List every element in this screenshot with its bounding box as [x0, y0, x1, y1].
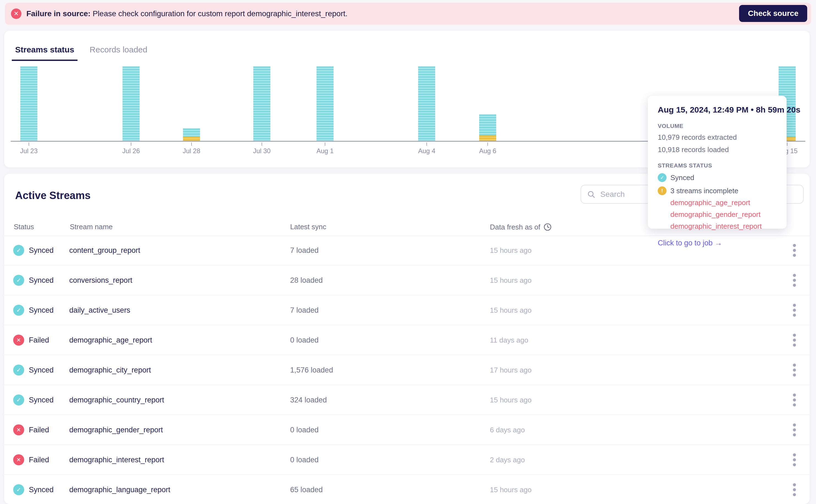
chart-bar[interactable] — [122, 66, 139, 141]
search-icon — [587, 190, 595, 198]
incomplete-stream-link[interactable]: demographic_gender_report — [671, 210, 777, 219]
stream-name: demographic_language_report — [69, 485, 170, 494]
failed-x-icon: ✕ — [13, 454, 24, 465]
stream-name: demographic_interest_report — [69, 455, 164, 464]
x-tick-mark — [487, 142, 488, 146]
synced-check-icon: ✓ — [13, 394, 24, 405]
tab-streams-status[interactable]: Streams status — [15, 45, 74, 61]
incomplete-stream-link[interactable]: demographic_interest_report — [671, 222, 777, 231]
row-menu-button[interactable] — [789, 244, 800, 257]
tab-bar: Streams statusRecords loaded — [15, 45, 147, 61]
x-tick-label: Jul 26 — [122, 147, 140, 155]
chart-bar[interactable] — [253, 66, 270, 141]
banner-message-bold: Failure in source: — [26, 9, 90, 18]
incomplete-stream-link[interactable]: demographic_age_report — [671, 198, 777, 207]
tooltip-records-extracted: 10,979 records extracted — [658, 133, 777, 142]
chart-bar[interactable] — [479, 114, 496, 141]
sync-tooltip: Aug 15, 2024, 12:49 PM • 8h 59m 20s VOLU… — [648, 96, 787, 229]
error-circle-icon: ✕ — [11, 9, 21, 19]
stream-name: demographic_city_report — [69, 366, 151, 374]
x-tick-mark — [29, 142, 29, 146]
tooltip-volume-label: VOLUME — [658, 123, 777, 129]
table-row: ✓ Synced daily_active_users 7 loaded 15 … — [4, 295, 810, 325]
tooltip-synced-label: Synced — [671, 173, 694, 182]
data-fresh-value: 11 days ago — [490, 336, 528, 344]
status-label: Synced — [29, 396, 54, 404]
latest-sync-value: 0 loaded — [290, 336, 319, 344]
latest-sync-value: 65 loaded — [290, 485, 323, 494]
latest-sync-value: 28 loaded — [290, 276, 323, 284]
tooltip-streams-status-label: STREAMS STATUS — [658, 162, 777, 169]
chart-bar[interactable] — [317, 66, 334, 141]
column-header-latest-sync: Latest sync — [290, 223, 326, 231]
row-menu-button[interactable] — [789, 274, 800, 287]
tooltip-title: Aug 15, 2024, 12:49 PM • 8h 59m 20s — [658, 105, 777, 114]
stream-name: content_group_report — [69, 246, 140, 254]
chart-bar[interactable] — [20, 66, 37, 141]
stream-name: daily_active_users — [69, 306, 130, 314]
error-banner: ✕ Failure in source: Please check config… — [5, 3, 811, 25]
x-tick-mark — [325, 142, 325, 146]
row-menu-button[interactable] — [789, 304, 800, 317]
data-fresh-value: 15 hours ago — [490, 396, 532, 404]
row-menu-button[interactable] — [789, 453, 800, 466]
failed-x-icon: ✕ — [13, 335, 24, 346]
bar-synced-segment — [479, 114, 496, 135]
tooltip-records-loaded: 10,918 records loaded — [658, 145, 777, 154]
tooltip-incomplete-label: 3 streams incomplete — [671, 187, 738, 195]
table-row: ✓ Synced demographic_language_report 65 … — [4, 475, 810, 504]
row-menu-button[interactable] — [789, 334, 800, 346]
data-fresh-value: 2 days ago — [490, 455, 525, 464]
table-row: ✕ Failed demographic_age_report 0 loaded… — [4, 325, 810, 355]
tab-records-loaded[interactable]: Records loaded — [89, 45, 147, 61]
go-to-job-link[interactable]: Click to go to job → — [658, 239, 777, 247]
latest-sync-value: 0 loaded — [290, 425, 319, 434]
x-tick-label: Jul 23 — [20, 147, 38, 155]
bar-synced-segment — [317, 66, 334, 141]
bar-synced-segment — [183, 128, 200, 137]
latest-sync-value: 7 loaded — [290, 306, 319, 314]
table-row: ✕ Failed demographic_interest_report 0 l… — [4, 445, 810, 475]
banner-message: Failure in source: Please check configur… — [26, 9, 348, 18]
chart-bar[interactable] — [183, 128, 200, 141]
row-menu-button[interactable] — [789, 423, 800, 436]
data-fresh-value: 15 hours ago — [490, 306, 532, 314]
status-label: Failed — [29, 336, 49, 344]
column-header-stream-name: Stream name — [70, 223, 113, 231]
bar-synced-segment — [122, 66, 139, 141]
row-menu-button[interactable] — [789, 483, 800, 496]
check-source-button[interactable]: Check source — [739, 5, 807, 22]
status-label: Synced — [29, 306, 54, 314]
banner-message-rest: Please check configuration for custom re… — [90, 9, 347, 18]
table-row: ✓ Synced conversions_report 28 loaded 15… — [4, 265, 810, 295]
stream-name: demographic_age_report — [69, 336, 152, 344]
failed-x-icon: ✕ — [13, 424, 24, 435]
x-tick-mark — [426, 142, 427, 146]
stream-name: demographic_country_report — [69, 396, 164, 404]
table-body: ✓ Synced content_group_report 7 loaded 1… — [4, 236, 810, 504]
status-label: Failed — [29, 425, 49, 434]
column-header-data-fresh: Data fresh as of — [490, 223, 552, 231]
row-menu-button[interactable] — [789, 363, 800, 376]
data-fresh-value: 6 days ago — [490, 425, 525, 434]
warning-icon: ! — [658, 186, 667, 195]
latest-sync-value: 324 loaded — [290, 396, 327, 404]
synced-check-icon: ✓ — [13, 305, 24, 316]
check-icon: ✓ — [658, 173, 667, 182]
table-row: ✕ Failed demographic_gender_report 0 loa… — [4, 415, 810, 445]
latest-sync-value: 0 loaded — [290, 455, 319, 464]
x-tick-label: Aug 4 — [418, 147, 435, 155]
x-tick-mark — [131, 142, 131, 146]
chart-bar[interactable] — [418, 66, 435, 141]
data-fresh-value: 15 hours ago — [490, 276, 532, 284]
bar-incomplete-segment — [183, 137, 200, 141]
bar-synced-segment — [253, 66, 270, 141]
synced-check-icon: ✓ — [13, 245, 24, 256]
table-row: ✓ Synced demographic_country_report 324 … — [4, 385, 810, 415]
synced-check-icon: ✓ — [13, 484, 24, 495]
status-label: Synced — [29, 366, 54, 374]
status-label: Synced — [29, 246, 54, 254]
status-label: Synced — [29, 485, 54, 494]
row-menu-button[interactable] — [789, 393, 800, 406]
status-label: Synced — [29, 276, 54, 284]
